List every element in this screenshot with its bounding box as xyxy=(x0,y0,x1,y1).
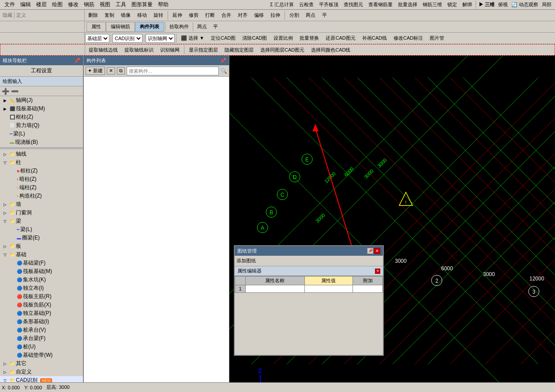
tree-item-gouzao[interactable]: ▪ 构造柱(Z) xyxy=(7,192,83,200)
tree-item-xianjiban[interactable]: ▬ 现浇板(B) xyxy=(0,138,83,146)
tree-group-menchuang[interactable]: ▷ 📁 门窗洞 xyxy=(0,209,83,217)
extract-axis-label-btn[interactable]: 提取轴线标识 xyxy=(121,45,157,55)
tree-group-zidingyi[interactable]: ▷📁自定义 xyxy=(0,368,83,376)
add-drawing-btn[interactable]: 添加图纸 xyxy=(236,258,256,264)
delete-comp-btn[interactable]: ✕ xyxy=(107,67,115,75)
tree-group-jichu[interactable]: ▽ 📁 基础 xyxy=(0,250,83,259)
menu-edit[interactable]: 编辑 xyxy=(18,0,34,9)
menu-rebar[interactable]: 钢筋 xyxy=(81,0,97,9)
drawing-mgr-pin-btn[interactable]: 📌 xyxy=(367,248,373,254)
tree-item-duli[interactable]: 🔵独立布(I) xyxy=(7,284,83,292)
menu-modify[interactable]: 修改 xyxy=(65,0,81,9)
extend-btn[interactable]: 延伸 xyxy=(169,11,185,20)
tree-item-fabanjichuM[interactable]: ▶ ⬛ 筏板基础(M) xyxy=(0,105,83,113)
menu-help[interactable]: 帮助 xyxy=(155,0,171,9)
modify-cad-note-btn[interactable]: 修改CAD标注 xyxy=(390,34,426,43)
tree-item-quanliang[interactable]: ▬ 圈梁(E) xyxy=(7,234,83,242)
tree-item-liang2[interactable]: ━ 梁(L) xyxy=(7,225,83,234)
search-comp-input[interactable] xyxy=(127,67,219,75)
tab-comp-list[interactable]: 构件列表 xyxy=(135,22,164,32)
tree-item-duanzhu[interactable]: ▫ 端柱(Z) xyxy=(7,183,83,192)
select-same-layer-btn[interactable]: 选择同图层CAD图元 xyxy=(257,45,308,55)
img-mgr-btn[interactable]: 图片管 xyxy=(427,34,447,43)
move-btn[interactable]: 移动 xyxy=(134,11,150,20)
break-btn[interactable]: 打断 xyxy=(202,11,218,20)
tree-group-qita[interactable]: ▷📁其它 xyxy=(0,359,83,368)
copy-btn[interactable]: 复制 xyxy=(101,11,117,20)
tree-group-cad[interactable]: ▽ 📁 CAD识别 NEW xyxy=(0,376,83,382)
menu-calc[interactable]: 图形算量 xyxy=(129,0,155,9)
pick-comp-btn[interactable]: 拾取构件 xyxy=(166,22,192,32)
locate-cad-btn[interactable]: 定位CAD图 xyxy=(208,34,239,43)
tree-item-faban[interactable]: 🔵筏板基础(M) xyxy=(7,267,83,276)
restore-cad-btn[interactable]: 还原CAD图元 xyxy=(322,34,358,43)
identify-axis-btn[interactable]: 识别轴网 xyxy=(157,45,183,55)
tree-item-jishui[interactable]: 🔵集水坑(K) xyxy=(7,276,83,284)
tree-item-zhuangtai[interactable]: 🔵桩承台(V) xyxy=(7,326,83,334)
tree-item-zhouwang[interactable]: ▶ 📐 轴网(J) xyxy=(0,96,83,105)
menu-file[interactable]: 文件 xyxy=(2,0,18,9)
tree-group-ban[interactable]: ▷ 📁 板 xyxy=(0,242,83,250)
tab-property[interactable]: 属性 xyxy=(86,22,106,32)
add-cad-btn[interactable]: 补画CAD线 xyxy=(359,34,390,43)
rotate-btn[interactable]: 旋转 xyxy=(150,11,166,20)
trim-btn[interactable]: 修剪 xyxy=(186,11,202,20)
tree-item-kuangzhu[interactable]: 🔲 框柱(Z) xyxy=(0,113,83,121)
define-btn[interactable]: 定义 xyxy=(16,12,26,19)
module-nav-pin[interactable]: 📌 xyxy=(74,58,80,63)
twopoint-right-btn[interactable]: 两点 xyxy=(194,22,210,32)
flat-btn[interactable]: 平 xyxy=(319,11,330,20)
mirror-btn[interactable]: 镜像 xyxy=(118,11,134,20)
set-scale-btn[interactable]: 设置比例 xyxy=(270,34,296,43)
tree-group-qiang[interactable]: ▷ 📁 墙 xyxy=(0,200,83,209)
tree-item-jichuliang[interactable]: 🔵基础梁(F) xyxy=(7,259,83,267)
tree-item-zhuang[interactable]: 🔵桩(U) xyxy=(7,343,83,351)
tree-item-chengtailiang[interactable]: 🔵承台梁(F) xyxy=(7,334,83,343)
hide-btn[interactable]: 隐藏 xyxy=(3,12,12,19)
tree-item-fabanzhu[interactable]: 🔴筏板主筋(R) xyxy=(7,292,83,301)
batch-replace-btn[interactable]: 批量替换 xyxy=(296,34,322,43)
tree-item-jichudat[interactable]: 🔵基础垫带(W) xyxy=(7,351,83,359)
align-btn[interactable]: 对齐 xyxy=(235,11,251,20)
prop-editor-close-btn[interactable]: ✕ xyxy=(375,269,380,274)
copy-comp-btn[interactable]: ⧉ xyxy=(117,67,125,75)
split-btn[interactable]: 分割 xyxy=(286,11,302,20)
comp-list-pin[interactable]: 📌 xyxy=(220,58,226,63)
hide-layer-btn[interactable]: 隐藏指定图层 xyxy=(221,45,257,55)
search-icon[interactable]: 🔍 xyxy=(221,68,227,74)
tree-item-jianli[interactable]: ⬜ 剪力墙(Q) xyxy=(0,121,83,130)
drawing-mgr-close-btn[interactable]: ✕ xyxy=(374,248,380,254)
tree-item-anzhu[interactable]: ▪ 暗柱(Z) xyxy=(7,175,83,183)
tree-item-liang[interactable]: ━ 梁(L) xyxy=(0,130,83,138)
tree-item-fabanfu[interactable]: 🔴筏板负筋(X) xyxy=(7,301,83,309)
identify-axis-select[interactable]: 识别轴网 xyxy=(146,34,175,43)
project-settings-btn[interactable]: 工程设置 xyxy=(0,65,83,77)
tree-group-zhu[interactable]: ▽ 📁 柱 xyxy=(0,158,83,167)
menu-tools[interactable]: 工具 xyxy=(113,0,129,9)
nav-add-icon[interactable]: ➕ xyxy=(2,88,9,95)
nav-minus-icon[interactable]: ➖ xyxy=(11,88,19,95)
stretch-btn[interactable]: 拉伸 xyxy=(267,11,283,20)
cad-identify-select[interactable]: CAD识别 xyxy=(112,34,142,43)
select-same-color-btn[interactable]: 选择同颜色CAD线 xyxy=(308,45,353,55)
offset-btn[interactable]: 偏移 xyxy=(251,11,267,20)
flat-right-btn[interactable]: 平 xyxy=(210,22,221,32)
merge-btn[interactable]: 合并 xyxy=(218,11,234,20)
tab-edit-rebar[interactable]: 编辑钢筋 xyxy=(106,22,135,32)
clear-cad-btn[interactable]: 清除CAD图 xyxy=(239,34,270,43)
new-btn[interactable]: ✦ 新建 xyxy=(86,67,105,75)
twopoint-btn[interactable]: 两点 xyxy=(303,11,319,20)
base-layer-select[interactable]: 基础层 xyxy=(85,34,109,43)
select-btn-cad[interactable]: ⬛ 选择 ▼ xyxy=(178,34,207,43)
menu-floor[interactable]: 楼层 xyxy=(34,0,49,9)
tree-group-zhouxian[interactable]: ▷ 📁 轴线 xyxy=(0,150,83,158)
tree-item-dulijichu[interactable]: 🔵独立基础(P) xyxy=(7,309,83,317)
show-layer-btn[interactable]: 显示指定图层 xyxy=(186,45,221,55)
delete-btn[interactable]: 删除 xyxy=(85,11,101,20)
menu-view[interactable]: 视图 xyxy=(97,0,113,9)
drawing-input-btn[interactable]: 绘图输入 xyxy=(0,77,83,86)
extract-axis-edge-btn[interactable]: 提取轴线边线 xyxy=(86,45,121,55)
menu-draw[interactable]: 绘图 xyxy=(49,0,65,9)
tree-item-kuangzhu2[interactable]: ■ 框柱(Z) xyxy=(7,167,83,175)
tree-group-liang[interactable]: ▽ 📁 梁 xyxy=(0,217,83,225)
